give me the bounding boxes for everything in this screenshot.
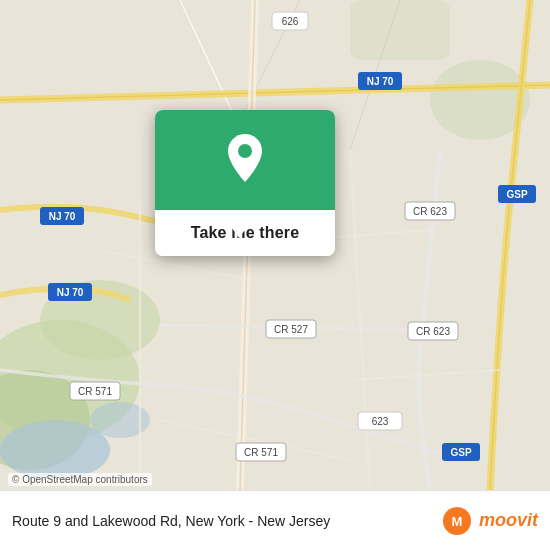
svg-text:M: M: [452, 514, 463, 529]
popup-tail: [229, 224, 249, 238]
bottom-bar: Route 9 and Lakewood Rd, New York - New …: [0, 490, 550, 550]
svg-text:CR 623: CR 623: [413, 206, 447, 217]
svg-text:NJ 70: NJ 70: [367, 76, 394, 87]
moovit-logo: M moovit: [441, 505, 538, 537]
svg-text:CR 623: CR 623: [416, 326, 450, 337]
svg-text:626: 626: [282, 16, 299, 27]
svg-text:GSP: GSP: [506, 189, 527, 200]
svg-text:NJ 70: NJ 70: [57, 287, 84, 298]
location-text: Route 9 and Lakewood Rd, New York - New …: [12, 513, 441, 529]
popup-green-area: [155, 110, 335, 210]
svg-point-46: [238, 144, 252, 158]
svg-text:NJ 70: NJ 70: [49, 211, 76, 222]
svg-text:CR 527: CR 527: [274, 324, 308, 335]
moovit-icon: M: [441, 505, 473, 537]
svg-text:CR 571: CR 571: [244, 447, 278, 458]
map-container: 626 NJ 70 NJ 70 NJ 70 CR 623 GSP CR 527 …: [0, 0, 550, 490]
svg-text:CR 571: CR 571: [78, 386, 112, 397]
location-pin-icon: [221, 134, 269, 190]
copyright-text: © OpenStreetMap contributors: [8, 473, 152, 486]
svg-text:GSP: GSP: [450, 447, 471, 458]
svg-rect-5: [350, 0, 450, 60]
moovit-text: moovit: [479, 510, 538, 531]
svg-text:623: 623: [372, 416, 389, 427]
svg-point-6: [0, 420, 110, 480]
